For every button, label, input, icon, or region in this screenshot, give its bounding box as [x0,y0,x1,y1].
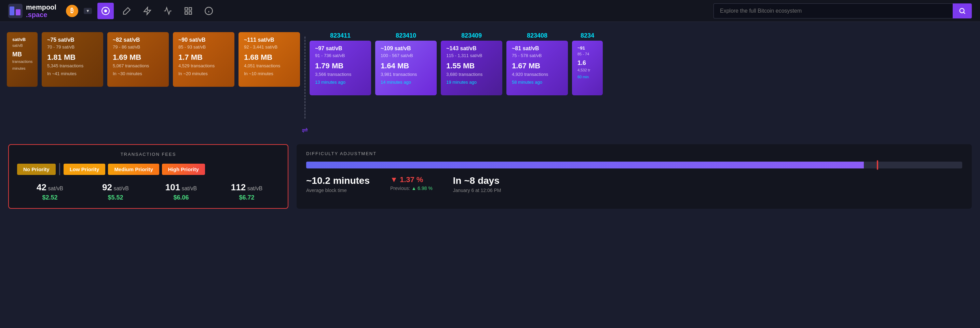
mempool-block-1-time: In ~30 minutes [113,71,163,76]
confirmed-block-1-fee-range: 100 - 567 sat/vB [381,53,431,58]
confirmed-block-0-number: 823411 [330,32,351,39]
svg-rect-2 [16,9,21,15]
prev-label: Previous: [390,186,410,191]
no-priority-sat-value: 42 sat/vB [37,182,63,193]
no-priority-sat-unit: sat/vB [48,186,63,191]
nav-lightning[interactable] [140,3,155,18]
main-content: sat/vB sat/vB MB transactions minutes ~7… [0,22,980,209]
mempool-block-1-size: 1.69 MB [113,53,163,62]
fee-col-medium-priority: 101 sat/vB $6.06 [148,182,214,201]
lightning-icon [143,6,152,15]
high-priority-sat-value: 112 sat/vB [231,182,262,193]
no-priority-button[interactable]: No Priority [17,164,56,175]
change-sign: ▼ [390,175,398,184]
confirmed-block-1-number: 823410 [396,32,416,39]
confirmed-block-0-txs: 3,566 transactions [315,72,366,77]
nav-mining[interactable] [119,3,134,18]
confirmed-block-1-time: 14 minutes ago [381,80,431,85]
confirmed-block-1[interactable]: ~109 sat/vB 100 - 567 sat/vB 1.64 MB 3,9… [375,41,437,96]
search-button[interactable] [953,3,972,18]
difficulty-prev: Previous: ▲ 6.98 % [390,186,433,191]
chart-icon [163,6,172,15]
mempool-block-3-time: In ~10 minutes [244,71,294,76]
mempool-block-3-fee-top: ~111 sat/vB [244,37,294,43]
confirmed-block-3-fee-top: ~81 sat/vB [512,45,562,52]
confirmed-block-0-time: 13 minutes ago [315,80,366,85]
difficulty-panel: DIFFICULTY ADJUSTMENT ~10.2 minutes Aver… [297,144,972,209]
confirmed-block-0-fee-top: ~97 sat/vB [315,45,366,52]
nav-charts[interactable] [160,3,175,18]
bottom-row: TRANSACTION FEES No Priority Low Priorit… [0,144,980,209]
confirmed-block-4-number: 8234 [581,32,594,39]
mempool-block-0[interactable]: ~75 sat/vB 70 - 79 sat/vB 1.81 MB 5,345 … [42,32,103,87]
search-icon [958,7,966,15]
difficulty-change-stat: ▼ 1.37 % Previous: ▲ 6.98 % [390,175,433,193]
confirmed-blocks: 823411 ~97 sat/vB 91 - 736 sat/vB 1.79 M… [310,32,603,96]
mempool-block-0-txs: 5,345 transactions [47,63,98,68]
svg-point-4 [104,9,107,12]
confirmed-block-0[interactable]: ~97 sat/vB 91 - 736 sat/vB 1.79 MB 3,566… [310,41,371,96]
confirmed-block-3-txs: 4,920 transactions [512,72,562,77]
dashboard-icon [101,6,110,15]
high-priority-sat-unit: sat/vB [247,186,262,191]
logo-icon [8,4,22,18]
difficulty-bar-fill [306,162,864,169]
confirmed-block-3[interactable]: ~81 sat/vB 75 - 578 sat/vB 1.67 MB 4,920… [506,41,568,96]
change-value: 1.37 [400,175,415,184]
difficulty-title: DIFFICULTY ADJUSTMENT [306,151,962,156]
all-blocks-row: sat/vB sat/vB MB transactions minutes ~7… [0,32,980,135]
no-priority-sat: 42 [37,182,46,193]
medium-priority-sat-value: 101 sat/vB [165,182,197,193]
logo-area: mempool .space [8,3,56,18]
fee-col-no-priority: 42 sat/vB $2.52 [17,182,83,201]
logo-text: mempool .space [26,3,56,18]
confirmed-block-2[interactable]: ~143 sat/vB 115 - 1,311 sat/vB 1.55 MB 3… [441,41,502,96]
confirmed-block-2-fee-top: ~143 sat/vB [446,45,497,52]
fees-panel: TRANSACTION FEES No Priority Low Priorit… [8,144,288,209]
medium-priority-sat: 101 [165,182,180,193]
partial-fee-range: sat/vB [12,43,32,48]
bitcoin-badge[interactable]: ₿ [66,5,78,17]
medium-priority-usd: $6.06 [173,194,189,201]
confirmed-block-1-size: 1.64 MB [381,62,431,70]
nav-dashboard[interactable] [97,3,114,19]
hammer-icon [123,6,131,15]
low-priority-sat-unit: sat/vB [113,186,129,191]
swap-icon: ⇌ [302,126,308,135]
low-priority-button[interactable]: Low Priority [64,164,106,175]
medium-priority-sat-unit: sat/vB [182,186,197,191]
mempool-block-1[interactable]: ~82 sat/vB 79 - 86 sat/vB 1.69 MB 5,067 … [107,32,169,87]
svg-marker-5 [144,7,151,15]
info-icon [204,6,213,15]
high-priority-button[interactable]: High Priority [162,164,205,175]
mempool-block-0-fee-top: ~75 sat/vB [47,37,98,43]
confirmed-block-4[interactable]: ~91 85 - 74 1.6 4,532 tr 60 min [572,41,603,96]
confirmed-block-wrapper-4: 8234 ~91 85 - 74 1.6 4,532 tr 60 min [572,32,603,96]
medium-priority-button[interactable]: Medium Priority [108,164,159,175]
search-input[interactable] [713,3,953,18]
mempool-block-wrapper-0: ~75 sat/vB 70 - 79 sat/vB 1.81 MB 5,345 … [42,32,103,87]
difficulty-bar [306,162,962,169]
confirmed-block-2-number: 823409 [461,32,482,39]
prev-change-value: 6.98 [418,186,427,191]
confirmed-block-wrapper-3: 823408 ~81 sat/vB 75 - 578 sat/vB 1.67 M… [506,32,568,96]
fee-col-high-priority: 112 sat/vB $6.72 [214,182,280,201]
mempool-block-3-txs: 4,051 transactions [244,63,294,68]
mempool-divider: ⇌ [304,32,305,135]
mempool-block-partial[interactable]: sat/vB sat/vB MB transactions minutes [7,32,38,87]
mempool-block-2[interactable]: ~90 sat/vB 85 - 93 sat/vB 1.7 MB 4,529 t… [173,32,234,87]
nav-blocks[interactable] [181,3,196,18]
partial-size: MB [12,51,32,58]
next-adjustment-date: January 6 at 12:06 PM [453,188,501,193]
bitcoin-dropdown[interactable]: ▼ [84,8,92,14]
next-adjustment-value: In ~8 days [453,175,501,186]
svg-point-13 [960,8,964,13]
mempool-block-wrapper-1: ~82 sat/vB 79 - 86 sat/vB 1.69 MB 5,067 … [107,32,169,87]
difficulty-bar-marker [877,160,878,170]
nav-info[interactable] [201,3,216,18]
confirmed-block-wrapper-0: 823411 ~97 sat/vB 91 - 736 sat/vB 1.79 M… [310,32,371,96]
fee-separator-1 [59,163,60,175]
mempool-block-3[interactable]: ~111 sat/vB 92 - 3,441 sat/vB 1.68 MB 4,… [239,32,300,87]
confirmed-block-2-txs: 3,680 transactions [446,72,497,77]
search-bar [713,3,972,18]
